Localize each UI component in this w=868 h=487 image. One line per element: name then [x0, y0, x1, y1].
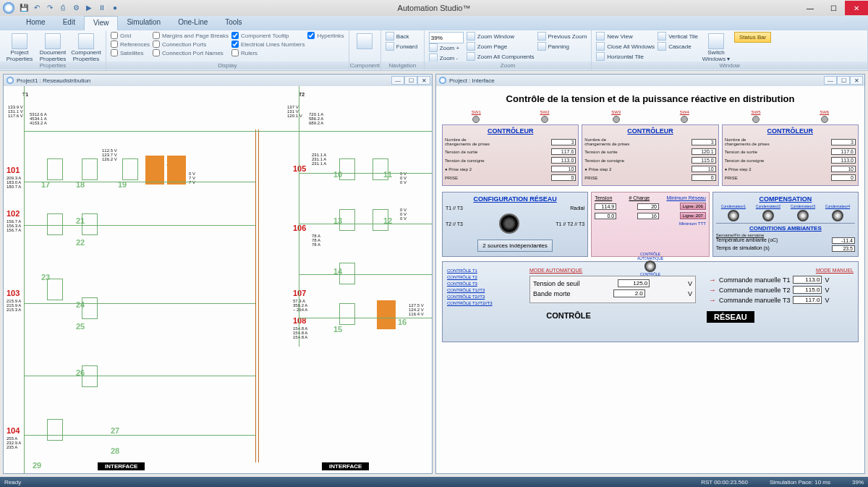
- comp-toggle-1[interactable]: [728, 210, 739, 221]
- chk-references[interactable]: References: [111, 41, 150, 48]
- component-button[interactable]: [354, 32, 376, 49]
- c1-ts[interactable]: 117.6: [551, 148, 576, 155]
- sw2-toggle[interactable]: [541, 116, 548, 123]
- comp-toggle-2[interactable]: [762, 210, 774, 221]
- component-properties-button[interactable]: ComponentProperties: [71, 32, 101, 62]
- link-ctrl-t2t3[interactable]: CONTRÔLE T2//T3: [447, 294, 493, 300]
- qa-settings-icon[interactable]: ⚙: [71, 2, 81, 12]
- chk-comptooltip[interactable]: Component Tooltip: [231, 32, 305, 39]
- link-ctrl-t1t2t3[interactable]: CONTRÔLE T1//T2//T3: [447, 300, 493, 307]
- man-t3-input[interactable]: 117.0: [793, 296, 822, 304]
- close-button[interactable]: ✕: [845, 1, 868, 15]
- bande-morte-input[interactable]: 2.0: [613, 289, 645, 297]
- chk-satellites[interactable]: Satellites: [111, 49, 150, 56]
- sw3-toggle[interactable]: [613, 116, 620, 123]
- sw6-toggle[interactable]: [821, 116, 828, 123]
- pane-close-icon[interactable]: ✕: [850, 76, 863, 85]
- link-ctrl-t1t3[interactable]: CONTRÔLE T1//T3: [447, 287, 493, 294]
- c3-ps[interactable]: 10: [831, 166, 856, 172]
- pane-max-icon[interactable]: ☐: [404, 76, 417, 85]
- comp-toggle-4[interactable]: [832, 210, 843, 221]
- nav-forward-button[interactable]: Forward: [386, 42, 420, 51]
- prev-zoom-button[interactable]: Previous Zoom: [537, 32, 587, 41]
- comp-toggle-3[interactable]: [797, 210, 809, 221]
- interface-canvas[interactable]: Contrôle de la tension et de la puissanc…: [436, 86, 864, 473]
- qa-pause-icon[interactable]: ⏸: [97, 2, 107, 12]
- temp-value[interactable]: -11.4: [832, 237, 855, 244]
- sources-button[interactable]: 2 sources indépendantes: [477, 240, 552, 252]
- link-ctrl-t1[interactable]: CONTRÔLE T1: [447, 268, 493, 274]
- chk-hyperlinks[interactable]: Hyperlinks: [307, 32, 344, 39]
- man-t1-input[interactable]: 113.0: [793, 276, 822, 284]
- zoom-page-button[interactable]: Zoom Page: [467, 42, 535, 51]
- c1-tc[interactable]: 113.0: [551, 157, 576, 164]
- node-104: 104: [7, 426, 20, 435]
- schematic-canvas[interactable]: T1 133.9 V 131.1 V 117.6 V 5312.6 A 4534…: [4, 86, 432, 473]
- ligne-206-button[interactable]: Ligne: 206: [680, 203, 706, 210]
- c1-pr[interactable]: 0: [551, 174, 576, 181]
- tab-simulation[interactable]: Simulation: [118, 16, 169, 30]
- vtile-button[interactable]: Vertical Tile: [658, 32, 698, 41]
- chk-connports[interactable]: Connection Ports: [153, 41, 229, 48]
- link-ctrl-t3[interactable]: CONTRÔLE T3: [447, 281, 493, 287]
- tab-oneline[interactable]: One-Line: [169, 16, 216, 30]
- c2-ts[interactable]: 120.1: [692, 148, 716, 155]
- zoom-page-icon: [467, 42, 475, 51]
- pane-close-icon[interactable]: ✕: [417, 76, 430, 85]
- chk-connportnames[interactable]: Connection Port Names: [153, 49, 229, 56]
- qa-print-icon[interactable]: ⎙: [58, 2, 68, 12]
- chk-rulers[interactable]: Rulers: [231, 49, 305, 56]
- c2-pr[interactable]: 0: [692, 174, 716, 181]
- pane-max-icon[interactable]: ☐: [837, 76, 850, 85]
- c3-nb[interactable]: 3: [831, 139, 856, 145]
- qa-undo-icon[interactable]: ↶: [32, 2, 42, 12]
- c2-ps[interactable]: 10: [692, 166, 716, 172]
- minimize-button[interactable]: —: [799, 1, 822, 15]
- panning-button[interactable]: Panning: [537, 42, 587, 51]
- project-properties-button[interactable]: ProjectProperties: [4, 32, 35, 62]
- zoom-field[interactable]: [429, 32, 464, 43]
- zoom-window-button[interactable]: Zoom Window: [467, 32, 535, 41]
- tab-tools[interactable]: Tools: [216, 16, 250, 30]
- qa-save-icon[interactable]: 💾: [19, 2, 29, 12]
- chk-margins[interactable]: Margins and Page Breaks: [153, 32, 229, 39]
- pane-min-icon[interactable]: —: [824, 76, 837, 85]
- reseau-button[interactable]: RÉSEAU: [707, 311, 754, 323]
- chk-elecnums[interactable]: Electrical Lines Numbers: [231, 41, 305, 48]
- sw1-toggle[interactable]: [472, 116, 480, 123]
- c2-nb[interactable]: 3: [692, 139, 716, 145]
- close-all-button[interactable]: Close All Windows: [596, 42, 655, 51]
- c2-tc[interactable]: 115.0: [692, 157, 716, 164]
- qa-play-icon[interactable]: ▶: [84, 2, 94, 12]
- c1-nb[interactable]: 3: [551, 139, 576, 145]
- tab-view[interactable]: View: [84, 16, 119, 30]
- zoom-all-button[interactable]: Zoom All Components: [467, 52, 535, 61]
- tab-home[interactable]: Home: [17, 16, 54, 30]
- config-dial[interactable]: [499, 213, 519, 234]
- ligne-207-button[interactable]: Ligne: 207: [680, 212, 706, 219]
- sw4-toggle[interactable]: [681, 116, 688, 123]
- link-ctrl-t2[interactable]: CONTRÔLE T2: [447, 274, 493, 281]
- qa-redo-icon[interactable]: ↷: [45, 2, 55, 12]
- cascade-button[interactable]: Cascade: [658, 42, 698, 51]
- simtime-value[interactable]: 23.5: [832, 245, 855, 252]
- qa-record-icon[interactable]: ●: [110, 2, 120, 12]
- nav-back-button[interactable]: Back: [386, 32, 420, 41]
- c3-tc[interactable]: 113.0: [831, 157, 856, 164]
- maximize-button[interactable]: ☐: [822, 1, 845, 15]
- c3-pr[interactable]: 0: [831, 174, 856, 181]
- zoom-plus-button[interactable]: Zoom +: [429, 43, 464, 52]
- man-t2-input[interactable]: 115.0: [793, 286, 822, 294]
- c1-ps[interactable]: 10: [551, 166, 576, 172]
- htile-button[interactable]: Horizontal Tile: [596, 52, 655, 61]
- sw5-toggle[interactable]: [752, 116, 760, 123]
- tension-seuil-input[interactable]: 125.0: [618, 279, 650, 287]
- document-properties-button[interactable]: DocumentProperties: [38, 32, 68, 62]
- status-bar-toggle[interactable]: Status Bar: [734, 32, 771, 43]
- tab-edit[interactable]: Edit: [54, 16, 84, 30]
- pane-min-icon[interactable]: —: [391, 76, 404, 85]
- new-view-button[interactable]: New View: [596, 32, 655, 41]
- chk-grid[interactable]: Grid: [111, 32, 150, 39]
- switch-windows-button[interactable]: SwitchWindows ▾: [701, 32, 731, 62]
- c3-ts[interactable]: 117.6: [831, 148, 856, 155]
